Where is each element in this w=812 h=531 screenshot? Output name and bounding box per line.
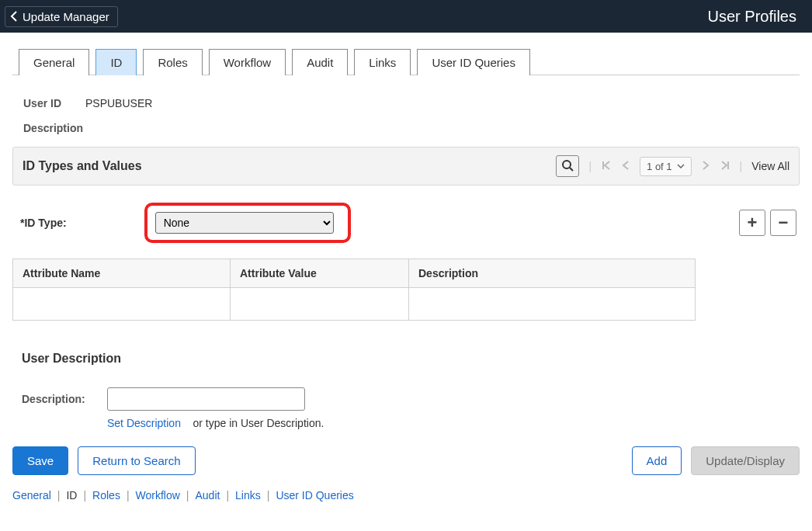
page-text: 1 of 1: [647, 161, 672, 172]
tab-audit[interactable]: Audit: [292, 49, 348, 75]
section-header: ID Types and Values | 1 of 1: [12, 147, 800, 186]
add-button[interactable]: Add: [632, 446, 682, 475]
tab-links[interactable]: Links: [354, 49, 411, 75]
user-desc-hint: or type in User Description.: [193, 417, 324, 429]
col-attr-name: Attribute Name: [13, 259, 231, 288]
cell-description: [409, 288, 696, 321]
section-search-button[interactable]: [556, 155, 579, 177]
highlight-box: None: [144, 203, 351, 243]
id-type-label: *ID Type:: [20, 217, 67, 229]
col-description: Description: [409, 259, 696, 288]
first-icon: [601, 160, 612, 173]
last-icon: [720, 160, 730, 173]
tab-workflow[interactable]: Workflow: [209, 49, 286, 75]
link-workflow[interactable]: Workflow: [136, 489, 180, 502]
user-id-label: User ID: [23, 97, 78, 109]
update-display-button[interactable]: Update/Display: [691, 446, 800, 475]
add-row-button[interactable]: +: [739, 210, 765, 236]
svg-line-1: [570, 168, 573, 171]
prev-page-button[interactable]: [621, 160, 630, 173]
back-label: Update Manager: [23, 10, 109, 23]
tab-id[interactable]: ID: [95, 49, 137, 75]
user-desc-input[interactable]: [107, 387, 305, 411]
user-id-value: PSPUBUSER: [85, 97, 152, 109]
link-audit[interactable]: Audit: [195, 489, 220, 502]
chevron-down-icon: [677, 161, 685, 172]
cell-attr-name: [13, 288, 231, 321]
tab-general[interactable]: General: [19, 49, 89, 75]
section-title: ID Types and Values: [23, 159, 142, 173]
user-desc-label: Description:: [22, 393, 107, 405]
tab-roles[interactable]: Roles: [143, 49, 202, 75]
col-attr-value: Attribute Value: [231, 259, 409, 288]
remove-row-button[interactable]: −: [770, 210, 796, 236]
link-roles[interactable]: Roles: [92, 489, 120, 502]
search-icon: [561, 159, 574, 174]
back-button[interactable]: Update Manager: [5, 6, 118, 27]
set-description-link[interactable]: Set Description: [107, 417, 181, 429]
view-all-link[interactable]: View All: [751, 160, 789, 172]
page-title: User Profiles: [708, 8, 804, 26]
chevron-left-icon: [621, 160, 630, 173]
save-button[interactable]: Save: [12, 446, 68, 475]
link-links[interactable]: Links: [235, 489, 261, 502]
return-to-search-button[interactable]: Return to Search: [78, 446, 195, 475]
last-page-button[interactable]: [720, 160, 730, 173]
link-id-current: ID: [66, 489, 77, 502]
table-header-row: Attribute Name Attribute Value Descripti…: [13, 259, 696, 288]
id-type-select[interactable]: None: [155, 212, 334, 234]
description-label: Description: [23, 122, 800, 134]
next-page-button[interactable]: [701, 160, 710, 173]
bottom-tab-links: General| ID| Roles| Workflow| Audit| Lin…: [12, 489, 800, 502]
tab-user-id-queries[interactable]: User ID Queries: [417, 49, 530, 75]
cell-attr-value: [231, 288, 409, 321]
divider: |: [740, 160, 743, 172]
svg-point-0: [563, 161, 571, 168]
chevron-left-icon: [10, 10, 18, 23]
minus-icon: −: [779, 213, 789, 233]
link-general[interactable]: General: [12, 489, 51, 502]
tab-bar: General ID Roles Workflow Audit Links Us…: [12, 48, 800, 75]
chevron-right-icon: [701, 160, 710, 173]
link-user-id-queries[interactable]: User ID Queries: [276, 489, 353, 502]
page-indicator[interactable]: 1 of 1: [640, 157, 692, 176]
table-row: [13, 288, 696, 321]
attributes-table: Attribute Name Attribute Value Descripti…: [12, 259, 696, 321]
first-page-button[interactable]: [601, 160, 612, 173]
plus-icon: +: [748, 213, 758, 233]
divider: |: [588, 160, 592, 172]
user-description-title: User Description: [22, 352, 800, 366]
